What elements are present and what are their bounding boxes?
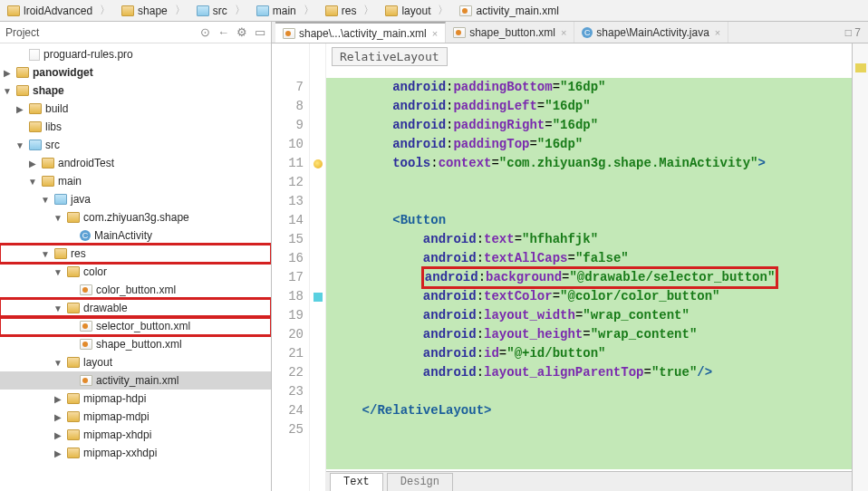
code-line[interactable]: android:layout_height="wrap_content" — [332, 325, 846, 344]
crumb[interactable]: shape〉 — [116, 0, 191, 21]
crumb[interactable]: layout〉 — [380, 0, 454, 21]
crumb[interactable]: lroidAdvanced〉 — [2, 0, 116, 21]
code-line[interactable]: android:layout_alignParentTop="true"/> — [332, 363, 846, 382]
tree-row[interactable]: C MainActivity — [0, 226, 271, 245]
expand-arrow[interactable]: ▶ — [53, 412, 63, 422]
crumb[interactable]: res〉 — [320, 0, 381, 21]
expand-arrow[interactable]: ▼ — [53, 358, 63, 368]
expand-arrow[interactable]: ▶ — [2, 68, 13, 78]
error-stripe[interactable] — [852, 43, 868, 491]
editor-breadcrumb[interactable]: RelativeLayout — [332, 47, 448, 66]
error-mark[interactable] — [855, 63, 866, 72]
xml-icon — [80, 339, 92, 350]
tree-label: mipmap-hdpi — [83, 392, 146, 405]
expand-arrow[interactable]: ▼ — [40, 249, 51, 259]
expand-arrow[interactable]: ▼ — [40, 195, 51, 205]
project-tree[interactable]: proguard-rules.pro▶ panowidget▼ shape▶ b… — [0, 43, 271, 491]
code-line[interactable]: android:background="@drawable/selector_b… — [332, 268, 846, 287]
settings-icon[interactable]: ⊙ — [200, 25, 210, 39]
folder-icon — [121, 5, 134, 16]
tree-label: libs — [45, 120, 62, 133]
expand-arrow[interactable]: ▶ — [14, 104, 25, 114]
tree-row[interactable]: shape_button.xml — [0, 335, 271, 353]
tree-row[interactable]: ▼ layout — [0, 353, 271, 371]
code-line[interactable] — [332, 192, 846, 211]
editor-tab[interactable]: shape_button.xml× — [446, 22, 574, 43]
tree-row[interactable]: ▶ mipmap-hdpi — [0, 390, 271, 408]
expand-arrow[interactable]: ▶ — [53, 394, 63, 404]
code-line[interactable]: android:textAllCaps="false" — [332, 249, 846, 268]
tree-row[interactable]: ▼ main — [0, 172, 271, 190]
tree-row[interactable]: activity_main.xml — [0, 371, 271, 390]
tree-row[interactable]: ▶ panowidget — [0, 63, 271, 82]
expand-arrow[interactable]: ▶ — [53, 430, 63, 440]
line-number: 19 — [272, 306, 304, 325]
crumb[interactable]: activity_main.xml — [454, 0, 564, 21]
expand-arrow[interactable]: ▶ — [27, 159, 38, 168]
gear-icon[interactable]: ⚙ — [236, 25, 247, 39]
code-line[interactable] — [332, 382, 846, 401]
tree-label: shape — [33, 84, 64, 97]
tree-row[interactable]: ▼ drawable — [0, 299, 271, 317]
close-icon[interactable]: × — [561, 27, 566, 38]
code-line[interactable]: android:paddingBottom="16dp" — [332, 78, 846, 97]
crumb[interactable]: src〉 — [191, 0, 251, 21]
lightbulb-icon[interactable] — [313, 159, 323, 168]
code-line[interactable]: android:paddingTop="16dp" — [332, 135, 846, 154]
designer-tab-design[interactable]: Design — [387, 473, 453, 491]
expand-arrow[interactable]: ▼ — [2, 86, 13, 96]
expand-arrow[interactable]: ▼ — [27, 177, 38, 187]
tree-row[interactable]: color_button.xml — [0, 281, 271, 299]
code-line[interactable] — [332, 420, 846, 439]
tree-row[interactable]: ▼ color — [0, 263, 271, 281]
code-line[interactable]: android:paddingLeft="16dp" — [332, 97, 846, 116]
tree-row[interactable]: ▶ mipmap-mdpi — [0, 408, 271, 426]
tree-row[interactable]: ▶ build — [0, 100, 271, 118]
editor-tab[interactable]: shape\...\activity_main.xml× — [275, 22, 446, 43]
code-area[interactable]: RelativeLayout android:paddingBottom="16… — [326, 43, 868, 491]
folder-icon — [54, 248, 67, 259]
folder-icon — [29, 103, 42, 114]
tree-row[interactable]: ▼ java — [0, 190, 271, 208]
expand-arrow[interactable]: ▼ — [14, 140, 25, 150]
code-line[interactable]: <Button — [332, 211, 846, 230]
tree-row[interactable]: selector_button.xml — [0, 317, 271, 335]
expand-arrow[interactable]: ▼ — [53, 267, 63, 277]
breadcrumb: lroidAdvanced〉shape〉src〉main〉res〉layout〉… — [0, 0, 868, 22]
editor-tab[interactable]: Cshape\MainActivity.java× — [574, 22, 728, 43]
tree-row[interactable]: ▶ androidTest — [0, 154, 271, 172]
tree-row[interactable]: ▼ res — [0, 245, 271, 263]
line-number: 21 — [272, 344, 304, 363]
code-line[interactable]: tools:context="com.zhiyuan3g.shape.MainA… — [332, 154, 846, 173]
designer-tab-text[interactable]: Text — [330, 473, 383, 491]
tree-label: drawable — [83, 302, 128, 314]
code-line[interactable]: android:id="@+id/button" — [332, 344, 846, 363]
class-icon: C — [80, 230, 91, 241]
hide-icon[interactable]: ▭ — [255, 25, 265, 39]
overflow-tabs[interactable]: □ 7 — [842, 26, 864, 39]
expand-arrow[interactable]: ▼ — [53, 213, 63, 223]
code-line[interactable]: android:textColor="@color/color_button" — [332, 287, 846, 306]
code-line[interactable]: android:text="hfhahfjk" — [332, 230, 846, 249]
expand-arrow[interactable]: ▶ — [53, 448, 63, 458]
tree-row[interactable]: libs — [0, 118, 271, 136]
tree-label: panowidget — [33, 66, 93, 79]
tree-row[interactable]: ▼ com.zhiyuan3g.shape — [0, 208, 271, 226]
code-line[interactable]: </RelativeLayout> — [332, 401, 846, 420]
tree-row[interactable]: ▼ src — [0, 136, 271, 154]
close-icon[interactable]: × — [715, 27, 720, 38]
tree-row[interactable]: proguard-rules.pro — [0, 45, 271, 63]
tree-row[interactable]: ▶ mipmap-xxhdpi — [0, 444, 271, 462]
tree-label: main — [58, 175, 82, 188]
tree-row[interactable]: ▼ shape — [0, 82, 271, 100]
code-line[interactable]: android:layout_width="wrap_content" — [332, 306, 846, 325]
folder-icon — [29, 121, 42, 132]
collapse-icon[interactable]: ← — [217, 25, 229, 39]
expand-arrow[interactable]: ▼ — [53, 303, 63, 313]
crumb[interactable]: main〉 — [251, 0, 320, 21]
tree-label: MainActivity — [94, 229, 152, 242]
close-icon[interactable]: × — [432, 28, 438, 39]
code-line[interactable]: android:paddingRight="16dp" — [332, 116, 846, 135]
code-line[interactable] — [332, 173, 846, 192]
tree-row[interactable]: ▶ mipmap-xhdpi — [0, 426, 271, 444]
